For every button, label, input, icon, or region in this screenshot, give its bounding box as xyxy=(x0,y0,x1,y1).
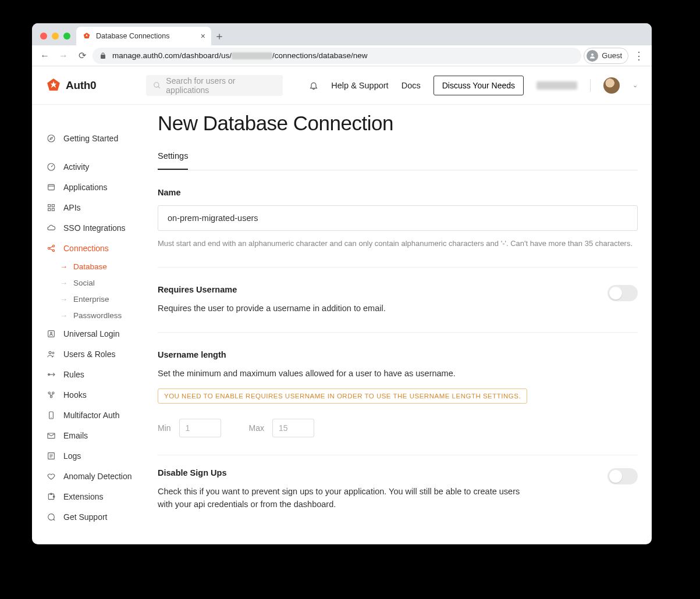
sidebar-item-applications[interactable]: Applications xyxy=(46,177,158,197)
address-bar: ← → ⟳ manage.auth0.com/dashboard/us//con… xyxy=(32,45,652,66)
min-input xyxy=(179,419,221,437)
sidebar-item-anomaly[interactable]: Anomaly Detection xyxy=(46,466,158,486)
heart-icon xyxy=(46,472,56,481)
disable-signups-toggle[interactable] xyxy=(607,468,638,484)
sidebar-item-mfa[interactable]: Multifactor Auth xyxy=(46,405,158,425)
notifications-icon[interactable] xyxy=(309,81,318,90)
sidebar-item-emails[interactable]: Emails xyxy=(46,425,158,445)
sidebar-item-connections[interactable]: Connections xyxy=(46,238,158,258)
svg-line-8 xyxy=(51,165,53,167)
sidebar-item-logs[interactable]: Logs xyxy=(46,445,158,466)
list-icon xyxy=(46,451,56,461)
reload-button[interactable]: ⟳ xyxy=(74,48,90,64)
svg-point-21 xyxy=(51,332,52,334)
auth0-logo[interactable]: Auth0 xyxy=(46,78,96,93)
help-support-link[interactable]: Help & Support xyxy=(331,81,388,90)
arrow-right-icon: → xyxy=(60,311,67,320)
main-content: New Database Connection Settings Name Mu… xyxy=(158,105,652,544)
guest-label: Guest xyxy=(602,51,622,60)
close-tab-icon[interactable]: × xyxy=(201,31,205,41)
disable-signups-label: Disable Sign Ups xyxy=(158,468,596,477)
svg-point-27 xyxy=(52,392,54,394)
svg-point-3 xyxy=(154,82,159,87)
section-requires-username: Requires Username Requires the user to p… xyxy=(158,268,638,333)
user-menu-chevron-icon[interactable]: ⌄ xyxy=(633,81,638,89)
sidebar-item-getting-started[interactable]: Getting Started xyxy=(46,128,158,148)
svg-point-23 xyxy=(52,352,54,354)
connection-name-input[interactable] xyxy=(158,205,638,231)
forward-button[interactable]: → xyxy=(55,48,72,64)
requires-username-label: Requires Username xyxy=(158,285,596,294)
max-label: Max xyxy=(249,423,264,433)
url-input[interactable]: manage.auth0.com/dashboard/us//connectio… xyxy=(93,48,581,64)
svg-point-26 xyxy=(48,392,50,394)
new-tab-button[interactable]: ＋ xyxy=(211,27,228,45)
section-name: Name Must start and end with an alphanum… xyxy=(158,170,638,268)
lock-icon xyxy=(100,52,106,59)
search-icon xyxy=(153,81,161,90)
discuss-needs-button[interactable]: Discuss Your Needs xyxy=(433,76,524,95)
section-username-length: Username length Set the minimum and maxi… xyxy=(158,333,638,455)
requires-username-toggle[interactable] xyxy=(607,285,638,301)
svg-line-18 xyxy=(49,246,52,248)
sidebar-item-activity[interactable]: Activity xyxy=(46,156,158,177)
svg-point-22 xyxy=(49,351,51,354)
cloud-icon xyxy=(46,223,56,233)
maximize-window-button[interactable] xyxy=(63,33,70,40)
layers-icon xyxy=(46,183,56,192)
sidebar-sub-enterprise[interactable]: → Enterprise xyxy=(46,291,158,307)
docs-link[interactable]: Docs xyxy=(401,81,421,90)
sidebar-item-extensions[interactable]: Extensions xyxy=(46,486,158,507)
users-icon xyxy=(46,350,56,359)
name-help-text: Must start and end with an alphanumeric … xyxy=(158,238,638,249)
tab-settings[interactable]: Settings xyxy=(158,151,188,170)
profile-pill[interactable]: Guest xyxy=(584,48,628,64)
browser-tab[interactable]: Database Connections × xyxy=(76,27,211,45)
sidebar-sub-database[interactable]: → Database xyxy=(46,258,158,274)
svg-rect-12 xyxy=(52,204,54,206)
username-length-warning: You need to enable requires username in … xyxy=(158,388,527,404)
compass-icon xyxy=(46,134,56,143)
sidebar-item-hooks[interactable]: Hooks xyxy=(46,384,158,405)
sidebar-item-support[interactable]: Get Support xyxy=(46,507,158,527)
hooks-icon xyxy=(46,390,56,400)
user-avatar[interactable] xyxy=(603,77,620,94)
search-input[interactable]: Search for users or applications xyxy=(146,75,283,96)
svg-line-4 xyxy=(158,86,160,88)
sidebar-item-sso[interactable]: SSO Integrations xyxy=(46,218,158,238)
url-text: manage.auth0.com/dashboard/us//connectio… xyxy=(112,51,368,60)
grid-icon xyxy=(46,203,56,212)
svg-rect-9 xyxy=(48,184,55,190)
share-icon xyxy=(46,244,56,253)
window-controls xyxy=(38,33,76,45)
back-button[interactable]: ← xyxy=(37,48,53,64)
browser-window: Database Connections × ＋ ← → ⟳ manage.au… xyxy=(32,23,652,544)
sidebar-item-users-roles[interactable]: Users & Roles xyxy=(46,344,158,364)
svg-line-19 xyxy=(49,248,52,250)
close-window-button[interactable] xyxy=(40,33,47,40)
sidebar-item-apis[interactable]: APIs xyxy=(46,197,158,218)
auth0-logo-icon xyxy=(46,78,61,93)
sidebar-sub-social[interactable]: → Social xyxy=(46,274,158,291)
mail-icon xyxy=(46,431,56,440)
max-input xyxy=(272,419,314,437)
app-header: Auth0 Search for users or applications H… xyxy=(32,66,652,105)
page-tabs: Settings xyxy=(158,151,638,170)
page-title: New Database Connection xyxy=(158,112,638,135)
svg-marker-6 xyxy=(50,137,52,140)
minimize-window-button[interactable] xyxy=(52,33,59,40)
login-icon xyxy=(46,329,56,338)
sidebar-sub-passwordless[interactable]: → Passwordless xyxy=(46,307,158,323)
sidebar-item-rules[interactable]: Rules xyxy=(46,364,158,384)
svg-point-5 xyxy=(48,135,55,142)
name-label: Name xyxy=(158,188,638,197)
app-body: Getting Started Activity Applications AP… xyxy=(32,105,652,544)
sidebar-item-universal-login[interactable]: Universal Login xyxy=(46,323,158,344)
username-length-label: Username length xyxy=(158,350,638,359)
svg-rect-14 xyxy=(52,208,54,211)
tab-strip: Database Connections × ＋ xyxy=(32,23,652,45)
auth0-favicon xyxy=(82,31,91,41)
tenant-name-redacted xyxy=(536,81,577,90)
tab-title: Database Connections xyxy=(96,32,169,40)
browser-menu-button[interactable]: ⋮ xyxy=(631,49,647,62)
